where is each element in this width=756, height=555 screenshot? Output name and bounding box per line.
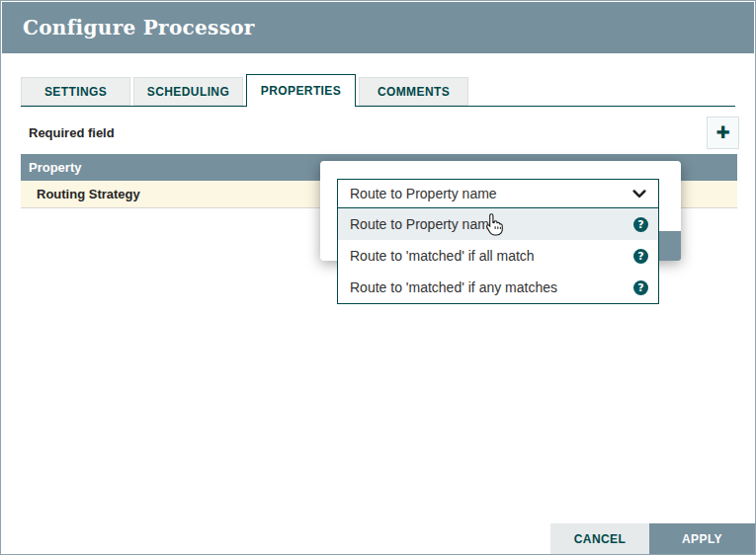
routing-strategy-combo[interactable]: Route to Property name xyxy=(337,179,659,208)
tab-bar: SETTINGS SCHEDULING PROPERTIES COMMENTS xyxy=(21,74,735,107)
tab-properties[interactable]: PROPERTIES xyxy=(246,74,356,107)
required-field-label: Required field xyxy=(29,125,115,140)
combo-options-list: Route to Property name ? Route to 'match… xyxy=(337,207,659,304)
option-route-matched-any[interactable]: Route to 'matched' if any matches ? xyxy=(338,272,658,303)
tab-properties-label: PROPERTIES xyxy=(261,84,341,98)
tab-settings-label: SETTINGS xyxy=(44,85,107,99)
tab-scheduling-label: SCHEDULING xyxy=(147,85,229,99)
option-route-matched-all[interactable]: Route to 'matched' if all match ? xyxy=(338,240,658,272)
apply-button-label: APPLY xyxy=(682,532,722,546)
option-label: Route to Property name xyxy=(350,216,497,232)
apply-button[interactable]: APPLY xyxy=(649,523,755,554)
dialog-titlebar: Configure Processor xyxy=(2,2,754,53)
combo-selected-value: Route to Property name xyxy=(350,186,497,201)
plus-icon: ✚ xyxy=(715,124,729,141)
configure-processor-dialog: Configure Processor SETTINGS SCHEDULING … xyxy=(0,0,756,555)
option-label: Route to 'matched' if all match xyxy=(350,248,535,264)
chevron-down-icon xyxy=(632,190,646,198)
property-name: Routing Strategy xyxy=(37,187,140,201)
question-circle-icon[interactable]: ? xyxy=(633,249,648,264)
dialog-title: Configure Processor xyxy=(23,16,255,40)
option-route-to-property-name[interactable]: Route to Property name ? xyxy=(338,208,658,240)
cancel-button-label: CANCEL xyxy=(574,532,626,546)
tab-settings[interactable]: SETTINGS xyxy=(21,77,130,106)
question-circle-icon[interactable]: ? xyxy=(633,217,648,232)
tab-comments-label: COMMENTS xyxy=(378,85,450,99)
property-column-header: Property xyxy=(29,160,81,175)
tab-comments[interactable]: COMMENTS xyxy=(359,77,468,106)
tab-scheduling[interactable]: SCHEDULING xyxy=(133,77,243,106)
question-circle-icon[interactable]: ? xyxy=(633,280,648,295)
cancel-button[interactable]: CANCEL xyxy=(550,523,649,554)
option-label: Route to 'matched' if any matches xyxy=(350,279,557,295)
add-property-button[interactable]: ✚ xyxy=(707,117,739,149)
